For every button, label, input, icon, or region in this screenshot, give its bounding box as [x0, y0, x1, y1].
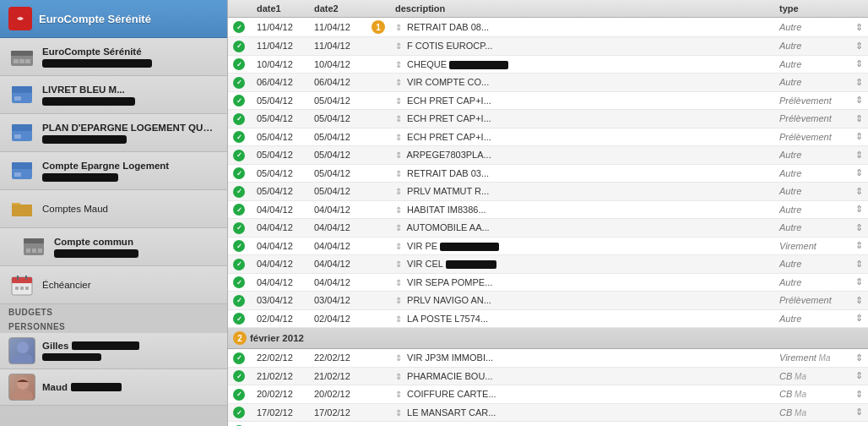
table-row[interactable]: 20/02/12 20/02/12 ⇕ COIFFURE CARTE... CB…	[228, 385, 868, 404]
dropdown-arrow-icon[interactable]: ⇕	[855, 58, 863, 68]
row-sort[interactable]: ⇕	[850, 164, 868, 183]
table-row[interactable]: 05/04/12 05/04/12 ⇕ RETRAIT DAB 03... Au…	[228, 164, 868, 183]
row-sort[interactable]: ⇕	[850, 292, 868, 310]
sidebar-item-comptes-maud[interactable]: Comptes Maud	[0, 190, 227, 228]
table-row[interactable]: 05/04/12 05/04/12 ⇕ ARPEGE7803PLA... Aut…	[228, 146, 868, 165]
table-row[interactable]: 04/04/12 04/04/12 ⇕ VIR CEL Autre ⇕	[228, 255, 868, 274]
table-row[interactable]: 05/04/12 05/04/12 ⇕ ECH PRET CAP+I... Pr…	[228, 91, 868, 110]
row-type-label: Autre	[779, 41, 801, 51]
table-row[interactable]: 17/02/12 17/02/12 ⇕ LE MANSART CAR... CB…	[228, 403, 868, 422]
table-row[interactable]: 04/04/12 04/04/12 ⇕ AUTOMOBILE AA... Aut…	[228, 219, 868, 238]
sort-arrows-icon: ⇕	[395, 41, 402, 51]
table-row[interactable]: 04/04/12 04/04/12 ⇕ VIR SEPA POMPE... Au…	[228, 273, 868, 292]
row-sort[interactable]: ⇕	[850, 422, 868, 427]
sidebar-item-echeancier[interactable]: Échéancier	[0, 266, 227, 304]
row-sort[interactable]: ⇕	[850, 255, 868, 274]
table-row[interactable]: 04/04/12 04/04/12 ⇕ HABITAT IM8386... Au…	[228, 200, 868, 219]
status-check-icon	[233, 295, 245, 307]
dropdown-arrow-icon[interactable]: ⇕	[855, 22, 863, 32]
col-status-header	[228, 0, 252, 18]
row-sort[interactable]: ⇕	[850, 128, 868, 146]
sidebar-item-maud[interactable]: Maud	[0, 369, 227, 406]
row-sort[interactable]: ⇕	[850, 146, 868, 165]
sidebar-item-compte-commun[interactable]: Compte commun	[0, 228, 227, 266]
dropdown-arrow-icon[interactable]: ⇕	[855, 95, 863, 105]
row-sort[interactable]: ⇕	[850, 18, 868, 37]
row-sort[interactable]: ⇕	[850, 237, 868, 255]
svg-rect-3	[11, 51, 33, 56]
row-type: Autre	[774, 255, 850, 274]
col-type-header[interactable]: type	[774, 0, 850, 18]
dropdown-arrow-icon[interactable]: ⇕	[855, 295, 863, 305]
dropdown-arrow-icon[interactable]: ⇕	[855, 77, 863, 87]
row-type: Autre	[774, 183, 850, 201]
maud-info: Maud	[42, 382, 219, 392]
row-sort[interactable]: ⇕	[850, 403, 868, 422]
dropdown-arrow-icon[interactable]: ⇕	[855, 389, 863, 399]
sidebar-item-plan-epargne[interactable]: PLAN D'EPARGNE LOGEMENT QUATT...	[0, 114, 227, 152]
sidebar-item-gilles[interactable]: Gilles	[0, 333, 227, 369]
table-row[interactable]: 11/04/12 11/04/12 ⇕ F COTIS EUROCP... Au…	[228, 37, 868, 56]
dropdown-arrow-icon[interactable]: ⇕	[855, 222, 863, 232]
col-desc-header[interactable]: description	[390, 0, 774, 18]
sidebar-item-eurocompte[interactable]: EuroCompte Sérénité	[0, 38, 227, 76]
row-badge-cell	[366, 183, 390, 201]
row-sort[interactable]: ⇕	[850, 273, 868, 292]
row-sort[interactable]: ⇕	[850, 349, 868, 368]
dropdown-arrow-icon[interactable]: ⇕	[855, 352, 863, 363]
dropdown-arrow-icon[interactable]: ⇕	[855, 407, 863, 417]
row-status	[228, 18, 252, 37]
table-row[interactable]: 05/04/12 05/04/12 ⇕ ECH PRET CAP+I... Pr…	[228, 128, 868, 146]
table-row[interactable]: 06/04/12 06/04/12 ⇕ VIR COMPTE CO... Aut…	[228, 74, 868, 92]
row-sort[interactable]: ⇕	[850, 37, 868, 56]
table-row[interactable]: 05/04/12 05/04/12 ⇕ ECH PRET CAP+I... Pr…	[228, 110, 868, 128]
svg-point-32	[13, 390, 33, 401]
row-sort[interactable]: ⇕	[850, 309, 868, 328]
table-row[interactable]: 02/04/12 02/04/12 ⇕ LA POSTE L7574... Au…	[228, 309, 868, 328]
dropdown-arrow-icon[interactable]: ⇕	[855, 113, 863, 123]
table-row[interactable]: 10/04/12 10/04/12 ⇕ CHEQUE Autre ⇕	[228, 55, 868, 74]
dropdown-arrow-icon[interactable]: ⇕	[855, 167, 863, 178]
row-sort[interactable]: ⇕	[850, 74, 868, 92]
dropdown-arrow-icon[interactable]: ⇕	[855, 259, 863, 269]
dropdown-arrow-icon[interactable]: ⇕	[855, 131, 863, 141]
row-sort[interactable]: ⇕	[850, 385, 868, 404]
svg-rect-11	[12, 124, 32, 131]
dropdown-arrow-icon[interactable]: ⇕	[855, 204, 863, 214]
table-row[interactable]: 05/04/12 05/04/12 ⇕ PRLV MATMUT R... Aut…	[228, 183, 868, 201]
compte-commun-info: Compte commun	[54, 237, 219, 258]
row-sort[interactable]: ⇕	[850, 200, 868, 219]
table-row[interactable]: 04/04/12 04/04/12 ⇕ VIR PE Virement ⇕	[228, 237, 868, 255]
dropdown-arrow-icon[interactable]: ⇕	[855, 186, 863, 196]
row-sort[interactable]: ⇕	[850, 183, 868, 201]
table-row[interactable]: 21/02/12 21/02/12 ⇕ PHARMACIE BOU... CB …	[228, 367, 868, 385]
row-sort[interactable]: ⇕	[850, 55, 868, 74]
dropdown-arrow-icon[interactable]: ⇕	[855, 240, 863, 250]
row-sort[interactable]: ⇕	[850, 110, 868, 128]
row-type-label: Autre	[779, 205, 801, 215]
row-sort[interactable]: ⇕	[850, 91, 868, 110]
redacted-text	[440, 243, 499, 251]
svg-rect-27	[25, 287, 29, 290]
row-sort[interactable]: ⇕	[850, 367, 868, 385]
sidebar-header[interactable]: EuroCompte Sérénité	[0, 0, 227, 38]
table-row[interactable]: 11/04/12 11/04/12 1 ⇕ RETRAIT DAB 08... …	[228, 18, 868, 37]
dropdown-arrow-icon[interactable]: ⇕	[855, 276, 863, 287]
dropdown-arrow-icon[interactable]: ⇕	[855, 41, 863, 51]
row-badge-cell	[366, 367, 390, 385]
dropdown-arrow-icon[interactable]: ⇕	[855, 313, 863, 323]
sidebar-item-compte-epargne[interactable]: Compte Epargne Logement	[0, 152, 227, 190]
table-row[interactable]: 22/02/12 22/02/12 ⇕ VIR JP3M IMMOBI... V…	[228, 349, 868, 368]
dropdown-arrow-icon[interactable]: ⇕	[855, 370, 863, 380]
sort-arrows-icon: ⇕	[395, 242, 402, 251]
col-date1-header[interactable]: date1	[252, 0, 309, 18]
dropdown-arrow-icon[interactable]: ⇕	[855, 150, 863, 160]
row-description: ⇕ VIR JP3M IMMOBI...	[390, 349, 774, 368]
row-badge-cell	[366, 422, 390, 427]
row-sort[interactable]: ⇕	[850, 219, 868, 238]
sidebar-item-livret-bleu[interactable]: LIVRET BLEU M...	[0, 76, 227, 114]
table-row[interactable]: 16/02/12 16/02/12 ⇕ RETRAIT DAB 14... Es…	[228, 422, 868, 427]
col-date2-header[interactable]: date2	[309, 0, 366, 18]
table-row[interactable]: 03/04/12 03/04/12 ⇕ PRLV NAVIGO AN... Pr…	[228, 292, 868, 310]
status-check-icon	[233, 41, 245, 52]
